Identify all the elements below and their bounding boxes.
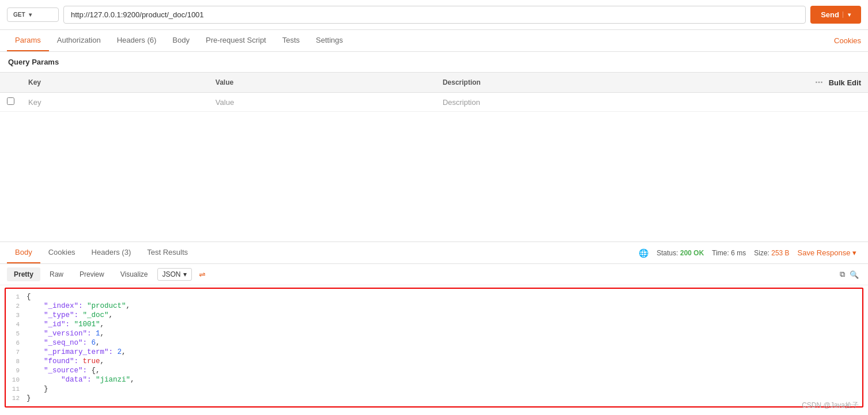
json-comma: , — [122, 348, 126, 356]
line-number: 4 — [6, 320, 27, 328]
copy-icon[interactable]: ⧉ — [840, 270, 845, 279]
send-button[interactable]: Send ▾ — [810, 6, 861, 24]
line-number: 2 — [6, 302, 27, 310]
desc-col-header: Description — [436, 73, 799, 93]
line-number: 1 — [6, 293, 27, 300]
row-check-input[interactable] — [7, 97, 14, 105]
url-bar: GET ▾ Send ▾ — [0, 0, 868, 30]
json-line: 7 "_primary_term": 2, — [6, 348, 862, 357]
format-select[interactable]: JSON ▾ — [157, 268, 192, 281]
json-comma: , — [109, 311, 114, 319]
json-string: "1001" — [74, 320, 100, 329]
response-tab-cookies[interactable]: Cookies — [40, 242, 84, 263]
line-content: "_version": 1, — [27, 330, 862, 338]
tab-authorization[interactable]: Authorization — [49, 30, 109, 51]
line-content: "found": true, — [27, 357, 862, 365]
format-bar: Pretty Raw Preview Visualize JSON ▾ ⇌ ⧉ … — [0, 264, 868, 285]
line-number: 12 — [6, 394, 27, 402]
format-raw-button[interactable]: Raw — [43, 267, 70, 281]
line-content: "_primary_term": 2, — [27, 348, 862, 356]
json-string: "_doc" — [83, 311, 109, 319]
tab-tests[interactable]: Tests — [274, 30, 308, 51]
line-number: 9 — [6, 367, 27, 374]
json-string: "product" — [87, 302, 126, 310]
json-brace: { — [27, 293, 31, 301]
line-content: "data": "jianzi", — [27, 376, 862, 384]
tab-params[interactable]: Params — [7, 30, 49, 51]
method-select[interactable]: GET ▾ — [7, 7, 59, 22]
value-col-header: Value — [209, 73, 436, 93]
row-checkbox[interactable] — [0, 93, 21, 112]
json-key: "_source": — [27, 367, 92, 375]
json-line: 5 "_version": 1, — [6, 329, 862, 338]
tab-settings[interactable]: Settings — [308, 30, 351, 51]
bulk-edit-button[interactable]: Bulk Edit — [829, 78, 861, 87]
query-params-label: Query Params — [0, 52, 868, 72]
json-key: "_id": — [27, 320, 74, 329]
json-viewer: 1{2 "_index": "product",3 "_type": "_doc… — [5, 288, 863, 408]
response-tab-headers[interactable]: Headers (3) — [84, 242, 139, 263]
line-number: 11 — [6, 385, 27, 393]
method-label: GET — [13, 12, 25, 18]
response-tab-body[interactable]: Body — [7, 242, 40, 263]
key-cell[interactable]: Key — [21, 93, 209, 112]
json-number: 1 — [96, 330, 100, 338]
line-content: "_seq_no": 6, — [27, 339, 862, 347]
json-line: 8 "found": true, — [6, 357, 862, 366]
format-pretty-button[interactable]: Pretty — [7, 267, 40, 281]
wrap-lines-icon[interactable]: ⇌ — [199, 270, 206, 279]
json-line: 10 "data": "jianzi", — [6, 375, 862, 384]
line-content: "_id": "1001", — [27, 320, 862, 329]
json-comma: , — [100, 357, 105, 365]
line-content: } — [27, 385, 862, 393]
json-brace: } — [27, 385, 48, 393]
json-comma: , — [100, 330, 105, 338]
table-row: Key Value Description — [0, 93, 868, 112]
value-cell[interactable]: Value — [209, 93, 436, 112]
json-comma: , — [130, 376, 135, 384]
line-content: "_index": "product", — [27, 302, 862, 310]
method-chevron: ▾ — [29, 12, 32, 18]
response-tab-testresults[interactable]: Test Results — [139, 242, 196, 263]
desc-cell[interactable]: Description — [436, 93, 799, 112]
json-line: 6 "_seq_no": 6, — [6, 338, 862, 348]
line-content: { — [27, 293, 862, 301]
json-number: 2 — [118, 348, 122, 356]
time-text: Time: 6 ms — [712, 249, 746, 257]
cookies-link[interactable]: Cookies — [834, 36, 861, 45]
line-content: } — [27, 394, 862, 402]
json-line: 2 "_index": "product", — [6, 301, 862, 311]
line-number: 3 — [6, 311, 27, 319]
request-area: Query Params Key Value Description ··· B… — [0, 52, 868, 242]
tab-headers[interactable]: Headers (6) — [109, 30, 165, 51]
footer-watermark: CSDN @Java捡子 — [802, 401, 859, 410]
save-response-button[interactable]: Save Response ▾ — [798, 248, 856, 257]
request-tabs: Params Authorization Headers (6) Body Pr… — [0, 30, 868, 52]
search-icon[interactable]: 🔍 — [850, 270, 859, 279]
tab-body[interactable]: Body — [164, 30, 198, 51]
line-content: "_source": {, — [27, 367, 862, 375]
line-number: 7 — [6, 348, 27, 356]
send-dropdown-arrow[interactable]: ▾ — [843, 12, 851, 18]
action-cell — [799, 93, 868, 112]
status-text: Status: 200 OK — [656, 249, 704, 257]
json-comma: , — [96, 367, 100, 375]
json-key: "found": — [27, 357, 83, 365]
more-options-icon[interactable]: ··· — [815, 77, 822, 88]
response-tabs-bar: Body Cookies Headers (3) Test Results 🌐 … — [0, 242, 868, 264]
tab-prerequest[interactable]: Pre-request Script — [198, 30, 274, 51]
url-input[interactable] — [63, 6, 806, 24]
json-boolean: true — [83, 357, 100, 365]
json-key: "_index": — [27, 302, 87, 310]
line-number: 10 — [6, 376, 27, 383]
json-key: "_type": — [27, 311, 83, 319]
response-right-icons: ⧉ 🔍 — [840, 270, 861, 279]
json-string: "jianzi" — [96, 376, 130, 384]
json-line: 11 } — [6, 384, 862, 394]
format-visualize-button[interactable]: Visualize — [114, 267, 155, 281]
send-label: Send — [821, 10, 839, 19]
json-line: 4 "_id": "1001", — [6, 320, 862, 329]
key-col-header: Key — [21, 73, 209, 93]
format-preview-button[interactable]: Preview — [73, 267, 111, 281]
check-col-header — [0, 73, 21, 93]
